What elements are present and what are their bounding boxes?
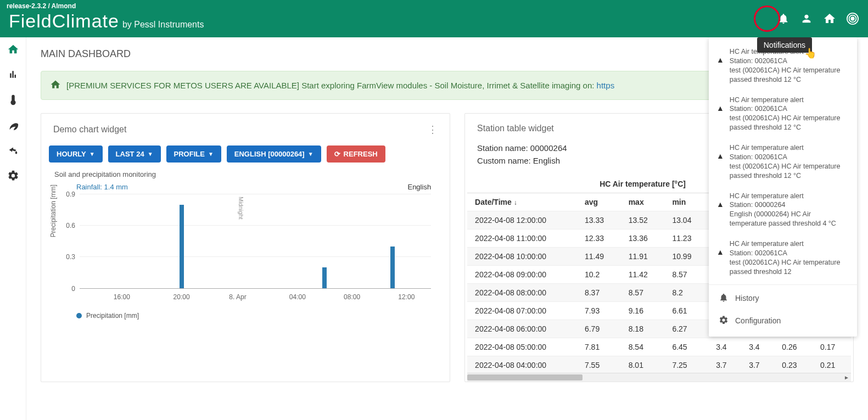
- precipitation-chart[interactable]: Precipitation [mm] 00.30.60.9 Midnight 1…: [55, 194, 431, 304]
- table-cell: 2022-04-08 06:00:00: [467, 320, 577, 338]
- col-avg[interactable]: avg: [577, 193, 621, 211]
- table-cell: 13.33: [577, 211, 621, 229]
- table-cell: 10.2: [577, 266, 621, 284]
- col-datetime[interactable]: Date/Time ↓: [467, 193, 577, 211]
- table-cell: 7.25: [664, 356, 708, 373]
- bell-small-icon: [719, 293, 729, 304]
- notif-station: Station: 00000264: [730, 200, 849, 210]
- main-content: MAIN DASHBOARD [PREMIUM SERVICES FOR MET…: [26, 37, 868, 420]
- table-cell: 8.2: [664, 284, 708, 302]
- watering-icon[interactable]: [7, 144, 20, 157]
- last24-dropdown[interactable]: LAST 24 ▼: [108, 145, 161, 163]
- x-tick: 20:00: [173, 293, 190, 301]
- col-min[interactable]: min: [664, 193, 708, 211]
- app-logo[interactable]: FieldClimate by Pessl Instruments: [9, 10, 204, 32]
- x-tick: 08:00: [344, 293, 360, 301]
- chart-widget: Demo chart widget ⋮ HOURLY ▼ LAST 24 ▼ P…: [41, 113, 450, 382]
- table-cell: 11.42: [621, 266, 665, 284]
- configuration-action[interactable]: Configuration: [709, 310, 857, 332]
- table-cell: 6.45: [664, 338, 708, 356]
- y-tick: 0: [71, 285, 75, 293]
- station-dropdown[interactable]: ENGLISH [00000264] ▼: [227, 145, 321, 163]
- logo-main: FieldClimate: [9, 10, 119, 32]
- thermometer-icon[interactable]: [7, 93, 20, 107]
- warning-icon: ▲: [716, 55, 724, 85]
- table-cell: 11.23: [664, 229, 708, 248]
- table-cell: 3.4: [708, 338, 741, 356]
- table-cell: 2022-04-08 07:00:00: [467, 302, 577, 320]
- notification-item[interactable]: ▲ HC Air temperature alert Station: 0020…: [709, 234, 857, 282]
- configuration-label: Configuration: [735, 316, 781, 325]
- y-tick: 0.3: [66, 253, 75, 261]
- table-cell: 2022-04-08 09:00:00: [467, 266, 577, 284]
- table-cell: 0.17: [813, 338, 851, 356]
- notif-station: Station: 002061CA: [730, 153, 849, 162]
- rainfall-label: Rainfall: 1.4 mm: [76, 183, 128, 191]
- house-icon[interactable]: [823, 12, 836, 25]
- notif-msg: English (00000264) HC Air temperature pa…: [730, 210, 849, 228]
- notif-msg: test (002061CA) HC Air temperature passe…: [730, 258, 849, 277]
- table-cell: 3.4: [741, 338, 774, 356]
- gear-icon[interactable]: [7, 169, 20, 182]
- table-cell: 2022-04-08 11:00:00: [467, 229, 577, 248]
- notification-item[interactable]: ▲ HC Air temperature alert Station: 0020…: [709, 138, 857, 186]
- refresh-button[interactable]: ⟳ REFRESH: [327, 145, 385, 163]
- table-cell: 2022-04-08 04:00:00: [467, 356, 577, 373]
- leaf-icon[interactable]: [7, 119, 20, 132]
- table-row[interactable]: 2022-04-08 05:00:007.818.546.453.43.40.2…: [467, 338, 851, 356]
- table-cell: 7.93: [577, 302, 621, 320]
- history-label: History: [735, 294, 759, 303]
- y-tick: 0.9: [66, 191, 75, 198]
- table-cell: 11.91: [621, 248, 665, 266]
- warning-icon: ▲: [716, 199, 724, 229]
- notifications-tooltip: Notifications: [757, 37, 812, 53]
- table-cell: 13.36: [621, 229, 665, 248]
- home-icon[interactable]: [7, 43, 20, 56]
- table-cell: 2022-04-08 05:00:00: [467, 338, 577, 356]
- y-tick: 0.6: [66, 222, 75, 229]
- bell-icon[interactable]: [777, 12, 790, 25]
- table-cell: 13.52: [621, 211, 665, 229]
- table-cell: 12.33: [577, 229, 621, 248]
- table-cell: 6.79: [577, 320, 621, 338]
- horizontal-scrollbar[interactable]: ◄ ►: [467, 373, 851, 382]
- legend-dot-icon: [76, 313, 82, 318]
- barn-icon: [50, 79, 61, 92]
- legend-label: Precipitation [mm]: [86, 312, 139, 320]
- banner-link[interactable]: https: [597, 81, 615, 90]
- app-header: release-2.3.2 / Almond FieldClimate by P…: [0, 0, 868, 37]
- more-icon[interactable]: ⋮: [428, 124, 438, 136]
- col-max[interactable]: max: [621, 193, 665, 211]
- broadcast-icon[interactable]: [846, 12, 859, 25]
- scroll-right-icon[interactable]: ►: [842, 373, 851, 382]
- table-cell: 8.01: [621, 356, 665, 373]
- chart-bar[interactable]: [390, 247, 395, 288]
- table-cell: 10.99: [664, 248, 708, 266]
- table-row[interactable]: 2022-04-08 04:00:007.558.017.253.73.70.2…: [467, 356, 851, 373]
- profile-dropdown[interactable]: PROFILE ▼: [166, 145, 221, 163]
- history-action[interactable]: History: [709, 287, 857, 310]
- custom-name-label: Custom name:: [477, 156, 531, 165]
- table-cell: 3.7: [708, 356, 741, 373]
- notif-station: Station: 002061CA: [730, 249, 849, 258]
- notification-item[interactable]: ▲ HC Air temperature alert Station: 0020…: [709, 90, 857, 138]
- hourly-dropdown[interactable]: HOURLY ▼: [49, 145, 103, 163]
- notif-msg: test (002061CA) HC Air temperature passe…: [730, 114, 849, 132]
- table-cell: 11.49: [577, 248, 621, 266]
- scrollbar-thumb[interactable]: [467, 374, 583, 380]
- notif-station: Station: 002061CA: [730, 57, 849, 66]
- chart-bar[interactable]: [180, 205, 184, 288]
- notification-item[interactable]: ▲ HC Air temperature alert Station: 0000…: [709, 186, 857, 234]
- midnight-marker: Midnight: [238, 197, 244, 220]
- user-icon[interactable]: [800, 12, 813, 25]
- table-cell: 13.04: [664, 211, 708, 229]
- x-tick: 8. Apr: [229, 293, 246, 301]
- chart-icon[interactable]: [7, 68, 20, 81]
- custom-name-value: English: [533, 156, 560, 165]
- banner-text: [PREMIUM SERVICES FOR METOS USERS ARE AV…: [66, 81, 614, 90]
- chart-bar[interactable]: [322, 267, 327, 288]
- sidebar: [0, 37, 26, 420]
- notif-title: HC Air temperature alert: [730, 192, 849, 201]
- logo-sub: by Pessl Instruments: [122, 20, 204, 30]
- table-cell: 0.26: [774, 338, 813, 356]
